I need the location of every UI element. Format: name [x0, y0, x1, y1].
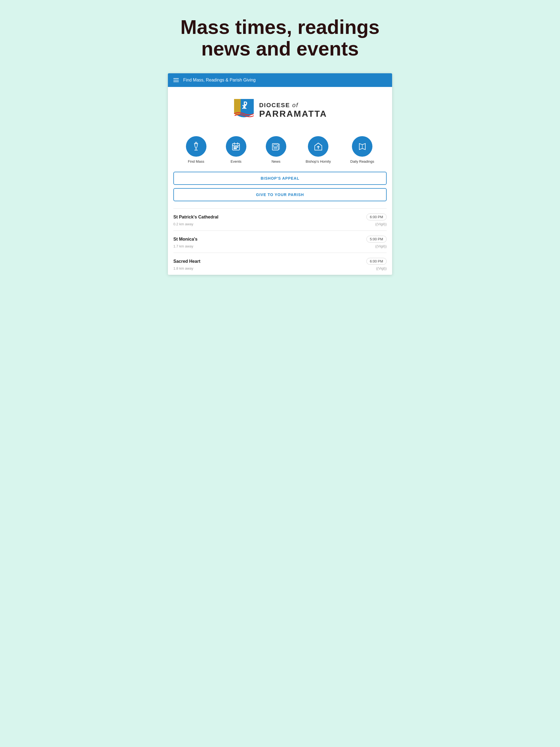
mass-row: St Monica's 5:00 PM	[173, 236, 387, 242]
give-parish-button[interactable]: GIVE TO YOUR PARISH	[173, 188, 387, 201]
svg-point-3	[195, 142, 197, 144]
app-container: Find Mass, Readings & Parish Giving ☧ DI…	[168, 73, 392, 275]
calendar-icon	[231, 141, 241, 152]
daily-readings-icon-circle	[352, 136, 373, 157]
news-icon-circle	[266, 136, 286, 157]
bishops-appeal-button[interactable]: BISHOP'S APPEAL	[173, 172, 387, 185]
nav-events[interactable]: Events	[226, 136, 246, 163]
mass-sub-row: 1.7 km away ((Vigil))	[173, 244, 387, 248]
action-buttons: BISHOP'S APPEAL GIVE TO YOUR PARISH	[168, 172, 392, 204]
top-bar: Find Mass, Readings & Parish Giving	[168, 73, 392, 87]
mass-item: St Monica's 5:00 PM 1.7 km away ((Vigil)…	[173, 231, 387, 253]
bishops-homily-icon-circle	[308, 136, 328, 157]
mass-distance: 0.2 km away	[173, 222, 193, 226]
diocese-text: DIOCESE of PARRAMATTA	[259, 102, 327, 119]
mass-vigil: ((Vigil))	[375, 244, 387, 248]
parramatta-name: PARRAMATTA	[259, 109, 327, 119]
svg-rect-11	[234, 148, 235, 149]
mass-sub-row: 0.2 km away ((Vigil))	[173, 222, 387, 226]
daily-readings-label: Daily Readings	[350, 159, 374, 163]
hamburger-menu-icon[interactable]	[173, 78, 179, 82]
svg-rect-9	[235, 147, 236, 147]
mass-vigil: ((Vigil))	[375, 222, 387, 226]
events-label: Events	[230, 159, 241, 163]
nav-news[interactable]: News	[266, 136, 286, 163]
newspaper-icon	[271, 141, 281, 152]
svg-text:☧: ☧	[241, 101, 248, 110]
icon-nav: Find Mass Events	[168, 131, 392, 172]
events-icon-circle	[226, 136, 246, 157]
mass-row: Sacred Heart 6:00 PM	[173, 258, 387, 265]
time-badge: 6:00 PM	[366, 258, 387, 265]
news-label: News	[272, 159, 281, 163]
mass-item: St Patrick's Cathedral 6:00 PM 0.2 km aw…	[173, 209, 387, 231]
diocese-shield-logo: ☧	[233, 98, 255, 123]
svg-rect-14	[274, 145, 277, 147]
mass-sub-row: 1.8 km away ((Vigl))	[173, 266, 387, 271]
bishops-homily-label: Bishop's Homily	[306, 159, 331, 163]
mass-distance: 1.8 km away	[173, 266, 193, 271]
logo-section: ☧ DIOCESE of PARRAMATTA	[168, 87, 392, 131]
mass-name: St Patrick's Cathedral	[173, 215, 219, 220]
mass-item: Sacred Heart 6:00 PM 1.8 km away ((Vigl)…	[173, 253, 387, 275]
time-badge: 6:00 PM	[366, 213, 387, 221]
book-icon	[357, 141, 367, 152]
mass-distance: 1.7 km away	[173, 244, 193, 248]
nav-bishops-homily[interactable]: Bishop's Homily	[306, 136, 331, 163]
find-mass-icon-circle	[186, 136, 206, 157]
mass-name: Sacred Heart	[173, 259, 200, 264]
find-mass-label: Find Mass	[188, 159, 204, 163]
svg-rect-8	[234, 147, 235, 147]
cross-icon	[313, 141, 324, 152]
svg-rect-10	[237, 147, 238, 147]
chalice-icon	[191, 141, 201, 152]
hero-title: Mass times, readings news and events	[162, 0, 398, 73]
diocese-name: DIOCESE of	[259, 102, 327, 109]
mass-name: St Monica's	[173, 237, 198, 242]
mass-vigil: ((Vigl))	[376, 266, 387, 271]
nav-daily-readings[interactable]: Daily Readings	[350, 136, 374, 163]
nav-find-mass[interactable]: Find Mass	[186, 136, 206, 163]
svg-rect-12	[235, 148, 236, 149]
mass-list: St Patrick's Cathedral 6:00 PM 0.2 km aw…	[168, 209, 392, 275]
time-badge: 5:00 PM	[366, 236, 387, 242]
mass-row: St Patrick's Cathedral 6:00 PM	[173, 213, 387, 221]
top-bar-label: Find Mass, Readings & Parish Giving	[183, 78, 256, 83]
